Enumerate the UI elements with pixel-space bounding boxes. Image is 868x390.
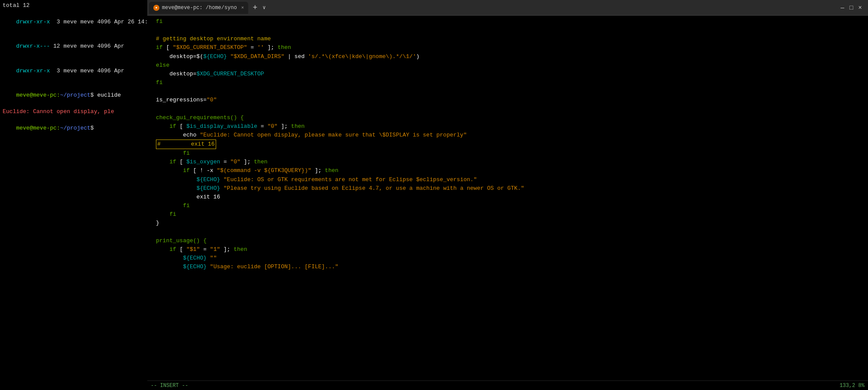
browser-chrome: ● meve@meve-pc: /home/syno × + ∨ — □ × <box>147 0 868 16</box>
status-bar: -- INSERT -- 133,2 8% <box>147 380 868 390</box>
new-tab-button[interactable]: + <box>249 4 261 12</box>
code-line: desktop=$XDG_CURRENT_DESKTOP <box>156 70 868 78</box>
code-line: if [ $is_oxygen = "0" ]; then <box>156 158 868 166</box>
code-line: # getting desktop environment name <box>156 35 868 43</box>
maximize-button[interactable]: □ <box>849 4 853 11</box>
editor-area[interactable]: fi # getting desktop environment name if… <box>147 16 868 390</box>
terminal-line: drwxr-x--- 12 meve meve 4096 Apr <box>3 34 145 59</box>
code-line: } <box>156 219 868 228</box>
tab-close-button[interactable]: × <box>241 5 244 10</box>
left-terminal: total 12 drwxr-xr-x 3 meve meve 4096 Apr… <box>0 0 147 390</box>
code-line: fi <box>156 202 868 210</box>
code-line: if [ "$1" = "1" ]; then <box>156 245 868 254</box>
code-line-highlighted: # exit 16 <box>156 140 868 149</box>
code-line: fi <box>156 17 868 26</box>
code-line: is_regressions="0" <box>156 96 868 104</box>
window-controls: — □ × <box>835 4 868 11</box>
code-line <box>156 26 868 35</box>
code-line: if [ "$XDG_CURRENT_DESKTOP" = '' ]; then <box>156 43 868 52</box>
code-line: fi <box>156 149 868 158</box>
code-line: echo "Euclide: Cannot open display, plea… <box>156 131 868 140</box>
close-window-button[interactable]: × <box>858 4 862 11</box>
tab-dropdown-button[interactable]: ∨ <box>261 4 267 11</box>
code-line: desktop=$(${ECHO} "$XDG_DATA_DIRS" | sed… <box>156 52 868 61</box>
code-line: ${ECHO} "Usage: euclide [OPTION]... [FIL… <box>156 263 868 271</box>
code-line: check_gui_requirements() { <box>156 114 868 122</box>
editor-mode: -- INSERT -- <box>151 383 188 389</box>
terminal-line: Euclide: Cannot open display, ple <box>3 108 145 116</box>
minimize-button[interactable]: — <box>841 4 844 11</box>
tab-favicon: ● <box>153 5 159 11</box>
active-tab[interactable]: ● meve@meve-pc: /home/syno × <box>149 2 248 14</box>
code-line <box>156 228 868 236</box>
terminal-line: meve@meve-pc:~/project$ <box>3 116 145 141</box>
code-line: fi <box>156 210 868 219</box>
code-line: ${ECHO} "Euclide: OS or GTK requirements… <box>156 176 868 184</box>
terminal-line: drwxr-xr-x 3 meve meve 4096 Apr 26 14:59… <box>3 10 145 35</box>
code-line: print_usage() { <box>156 237 868 245</box>
code-line: if [ ! -x "$(command -v ${GTK3QUERY})" ]… <box>156 166 868 175</box>
code-line: fi <box>156 78 868 87</box>
code-line: if [ $is_display_available = "0" ]; then <box>156 122 868 131</box>
code-line: ${ECHO} "Please try using Euclide based … <box>156 184 868 193</box>
code-line: ${ECHO} "" <box>156 254 868 263</box>
tab-label: meve@meve-pc: /home/syno <box>162 5 237 11</box>
tab-bar: ● meve@meve-pc: /home/syno × + ∨ <box>147 0 835 15</box>
terminal-line: total 12 <box>3 2 145 10</box>
code-content: fi # getting desktop environment name if… <box>147 16 868 380</box>
code-line <box>156 104 868 113</box>
code-line: else <box>156 61 868 70</box>
code-line: exit 16 <box>156 193 868 202</box>
terminal-line: drwxr-xr-x 3 meve meve 4096 Apr <box>3 59 145 84</box>
terminal-line: meve@meve-pc:~/project$ euclide <box>3 83 145 108</box>
code-line <box>156 87 868 96</box>
right-panel: ● meve@meve-pc: /home/syno × + ∨ — □ × f… <box>147 0 868 390</box>
cursor-position: 133,2 8% <box>839 383 865 389</box>
